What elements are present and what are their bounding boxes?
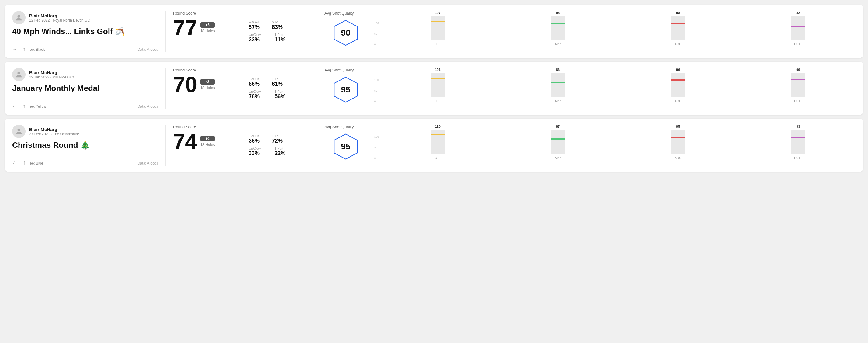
bar-value: 86 [556,68,560,71]
footer-left: Tee: Yellow [12,104,46,109]
score-holes: 18 Holes [200,29,215,33]
hexagon-wrap: 95 [324,76,367,103]
score-label: Round Score [173,125,234,129]
bar-label: PUTT [794,42,802,46]
bar-fill [671,136,685,138]
bar-bg [671,73,685,97]
score-badge: -2 [200,79,215,85]
stat-row-top: FW Hit 57% GIR 83% [249,20,310,30]
bar-label: ARG [675,99,681,103]
fw-hit-value: 86% [249,81,260,87]
player-header: Blair McHarg 29 Jan 2022 · Mill Ride GCC [12,68,158,81]
gir-value: 61% [272,81,283,87]
gir-label: GIR [272,134,283,138]
footer-left: Tee: Black [12,47,45,52]
player-meta: 27 Dec 2021 · The Oxfordshire [29,132,79,136]
score-number: 70 [173,73,197,95]
fw-hit-stat: FW Hit 57% [249,20,260,30]
svg-point-0 [17,15,20,18]
bar-container [671,73,685,97]
bar-bg [791,129,805,154]
bar-fill [791,137,805,138]
bar-value: 82 [796,11,800,14]
score-number: 77 [173,17,197,39]
card-footer: Tee: Blue Data: Arccos [12,161,158,166]
round-title: 40 Mph Winds... Links Golf 🪃 [12,27,158,36]
fw-hit-value: 57% [249,24,260,30]
bar-fill [431,134,445,135]
bar-fill [791,79,805,80]
round-card: Blair McHarg 27 Dec 2021 · The Oxfordshi… [5,119,863,172]
bar-fill [431,78,445,80]
bar-value: 99 [796,68,800,71]
hexagon-wrap: 95 [324,133,367,160]
player-name: Blair McHarg [29,13,90,18]
chart-bar-group: 87 APP [500,125,615,160]
bar-bg [791,73,805,97]
card-quality: Avg Shot Quality 95 [324,68,367,109]
bar-label: ARG [675,42,681,46]
chart-bar-group: 107 OTT [380,11,495,46]
chart-bar-group: 98 ARG [621,11,736,46]
avatar [12,68,26,81]
bar-fill [791,26,805,27]
bar-bg [671,129,685,154]
score-main: 74 +2 18 Holes [173,130,234,152]
oneputt-stat: 1 Putt 56% [275,90,285,100]
bar-container [791,73,805,97]
updown-label: Up/Down [249,147,262,150]
card-chart: 100 50 0 107 OTT 95 APP [374,11,856,52]
oneputt-label: 1 Putt [275,147,285,150]
score-label: Round Score [173,11,234,15]
user-icon [14,13,23,22]
weather-icon [12,161,17,166]
card-left: Blair McHarg 12 Feb 2022 · Royal North D… [12,11,158,52]
chart-bar-group: 95 ARG [621,125,736,160]
score-label: Round Score [173,68,234,72]
avatar [12,125,26,138]
fw-hit-stat: FW Hit 86% [249,77,260,87]
round-title: January Monthly Medal [12,84,158,93]
updown-value: 33% [249,36,262,43]
player-info: Blair McHarg 27 Dec 2021 · The Oxfordshi… [29,127,79,136]
round-card: Blair McHarg 12 Feb 2022 · Royal North D… [5,5,863,58]
bar-bg [551,129,565,154]
quality-score: 95 [341,142,350,151]
bar-fill [671,80,685,81]
bar-label: APP [555,156,561,160]
divider-left [165,125,166,166]
chart-bar-group: 95 APP [500,11,615,46]
fw-hit-label: FW Hit [249,77,260,81]
gir-value: 72% [272,138,283,144]
tee-label: Tee: Black [28,48,45,52]
player-info: Blair McHarg 12 Feb 2022 · Royal North D… [29,13,90,23]
bar-value: 101 [435,68,440,71]
bar-label: PUTT [794,99,802,103]
bar-label: OTT [435,42,441,46]
quality-score: 90 [341,28,350,38]
score-main: 77 +5 18 Holes [173,17,234,39]
score-badge-wrap: -2 18 Holes [200,79,215,90]
bar-bg [551,73,565,97]
card-left: Blair McHarg 27 Dec 2021 · The Oxfordshi… [12,125,158,166]
updown-label: Up/Down [249,33,262,36]
player-header: Blair McHarg 27 Dec 2021 · The Oxfordshi… [12,125,158,138]
user-icon [14,70,23,79]
gir-stat: GIR 83% [272,20,283,30]
bar-value: 110 [435,125,440,128]
bar-container [791,129,805,154]
updown-value: 78% [249,93,262,100]
updown-stat: Up/Down 78% [249,90,262,100]
bar-container [671,16,685,40]
bar-container [791,16,805,40]
fw-hit-value: 36% [249,138,260,144]
chart-bar-group: 96 ARG [621,68,736,103]
score-holes: 18 Holes [200,143,215,147]
card-footer: Tee: Black Data: Arccos [12,47,158,52]
fw-hit-label: FW Hit [249,20,260,24]
bar-label: APP [555,99,561,103]
data-source-label: Data: Arccos [137,104,158,108]
hexagon: 95 [332,76,359,103]
footer-left: Tee: Blue [12,161,43,166]
divider-left [165,11,166,52]
